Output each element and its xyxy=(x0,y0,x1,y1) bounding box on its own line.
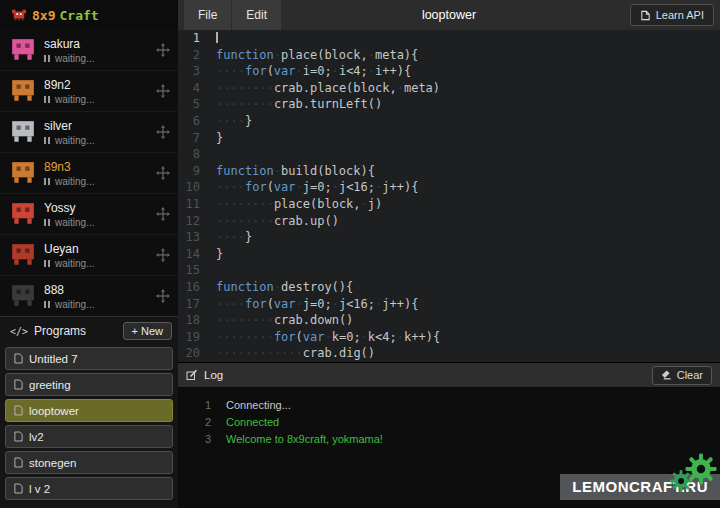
programs-header: </> Programs + New xyxy=(0,317,178,345)
player-row[interactable]: silver waiting... xyxy=(0,112,178,153)
menu-bar: File Edit xyxy=(184,0,282,30)
code-text xyxy=(216,30,218,47)
topbar: 8x9Craft File Edit looptower Learn API xyxy=(0,0,720,30)
move-icon[interactable] xyxy=(156,125,170,139)
editor-line: 18········crab.down() xyxy=(178,312,720,329)
learn-api-label: Learn API xyxy=(656,9,704,21)
app-logo: 8x9Craft xyxy=(0,0,178,30)
code-text: function·build(block){ xyxy=(216,163,375,180)
player-status: waiting... xyxy=(44,299,148,310)
player-name: sakura xyxy=(44,37,148,51)
player-row[interactable]: 89n2 waiting... xyxy=(0,71,178,112)
code-text: ····} xyxy=(216,113,252,130)
program-item-label: looptower xyxy=(29,405,79,417)
program-item-label: Untitled 7 xyxy=(29,353,78,365)
player-info: 89n2 waiting... xyxy=(44,78,148,105)
program-item[interactable]: lv2 xyxy=(5,425,173,448)
editor-line: 19········for(var·k=0;·k<4;·k++){ xyxy=(178,329,720,346)
code-text: ········crab.place(block,·meta) xyxy=(216,80,440,97)
program-item[interactable]: stonegen xyxy=(5,451,173,474)
line-number: 7 xyxy=(178,130,208,147)
app-window: 8x9Craft File Edit looptower Learn API s… xyxy=(0,0,720,508)
pause-icon xyxy=(44,178,50,185)
line-number: 2 xyxy=(178,47,208,64)
new-program-button[interactable]: + New xyxy=(123,322,173,340)
program-list: Untitled 7 greeting looptower lv2 stoneg… xyxy=(0,345,178,502)
move-icon[interactable] xyxy=(156,43,170,57)
line-number: 10 xyxy=(178,179,208,196)
pause-icon xyxy=(44,260,50,267)
log-entry-text: Connected xyxy=(226,414,279,431)
book-icon xyxy=(640,10,651,21)
pencil-icon xyxy=(186,369,198,381)
log-entry-number: 1 xyxy=(178,397,226,414)
pause-icon xyxy=(44,96,50,103)
menu-edit[interactable]: Edit xyxy=(232,0,282,30)
editor-line: 16function·destroy(){ xyxy=(178,279,720,296)
program-item[interactable]: greeting xyxy=(5,373,173,396)
line-number: 12 xyxy=(178,213,208,230)
program-item[interactable]: Untitled 7 xyxy=(5,347,173,370)
player-avatar xyxy=(10,80,36,102)
gears-decoration xyxy=(669,452,718,486)
editor-line: 13····} xyxy=(178,229,720,246)
code-text: ········place(block,·j) xyxy=(216,196,382,213)
line-number: 14 xyxy=(178,246,208,263)
code-editor[interactable]: 12function·place(block,·meta){3····for(v… xyxy=(178,30,720,362)
text-cursor xyxy=(216,32,218,43)
player-status: waiting... xyxy=(44,176,148,187)
move-icon[interactable] xyxy=(156,248,170,262)
player-info: Ueyan waiting... xyxy=(44,242,148,269)
editor-line: 2function·place(block,·meta){ xyxy=(178,47,720,64)
logo-text-1: 8x9 xyxy=(32,8,55,23)
log-entry-text: Connecting... xyxy=(226,397,291,414)
editor-line: 5········crab.turnLeft() xyxy=(178,96,720,113)
player-row[interactable]: Yossy waiting... xyxy=(0,194,178,235)
code-text: ····for(var·j=0;·j<16;·j++){ xyxy=(216,179,418,196)
player-name: silver xyxy=(44,119,148,133)
file-icon xyxy=(14,483,23,494)
crab-logo-icon xyxy=(10,8,28,22)
file-icon xyxy=(14,379,23,390)
move-icon[interactable] xyxy=(156,207,170,221)
line-number: 8 xyxy=(178,146,208,163)
editor-line: 9function·build(block){ xyxy=(178,163,720,180)
player-status: waiting... xyxy=(44,94,148,105)
program-item[interactable]: l v 2 xyxy=(5,477,173,500)
pause-icon xyxy=(44,55,50,62)
menu-file[interactable]: File xyxy=(184,0,232,30)
log-header: Log Clear xyxy=(178,363,720,388)
move-icon[interactable] xyxy=(156,84,170,98)
player-avatar xyxy=(10,39,36,61)
programs-title: Programs xyxy=(34,324,116,338)
line-number: 17 xyxy=(178,296,208,313)
code-text: ········crab.down() xyxy=(216,312,353,329)
editor-line: 3····for(var·i=0;·i<4;·i++){ xyxy=(178,63,720,80)
sidebar: sakura waiting... 89n2 waiting... xyxy=(0,30,178,508)
program-item-label: greeting xyxy=(29,379,71,391)
file-icon xyxy=(14,431,23,442)
program-item-label: l v 2 xyxy=(29,483,50,495)
program-item[interactable]: looptower xyxy=(5,399,173,422)
programs-panel: </> Programs + New Untitled 7 greeting l… xyxy=(0,316,178,508)
move-icon[interactable] xyxy=(156,289,170,303)
player-row[interactable]: Ueyan waiting... xyxy=(0,235,178,276)
line-number: 16 xyxy=(178,279,208,296)
player-row[interactable]: sakura waiting... xyxy=(0,30,178,71)
player-name: Ueyan xyxy=(44,242,148,256)
move-icon[interactable] xyxy=(156,166,170,180)
pause-icon xyxy=(44,137,50,144)
player-list: sakura waiting... 89n2 waiting... xyxy=(0,30,178,316)
log-entry: 1Connecting... xyxy=(178,397,720,414)
code-text: } xyxy=(216,246,223,263)
player-status: waiting... xyxy=(44,53,148,64)
player-row[interactable]: 888 waiting... xyxy=(0,276,178,316)
learn-api-button[interactable]: Learn API xyxy=(630,4,714,26)
player-row[interactable]: 89n3 waiting... xyxy=(0,153,178,194)
code-icon: </> xyxy=(10,326,28,337)
code-text: ········crab.turnLeft() xyxy=(216,96,382,113)
line-number: 9 xyxy=(178,163,208,180)
code-text: ········for(var·k=0;·k<4;·k++){ xyxy=(216,329,440,346)
line-number: 3 xyxy=(178,63,208,80)
clear-log-button[interactable]: Clear xyxy=(652,366,712,385)
